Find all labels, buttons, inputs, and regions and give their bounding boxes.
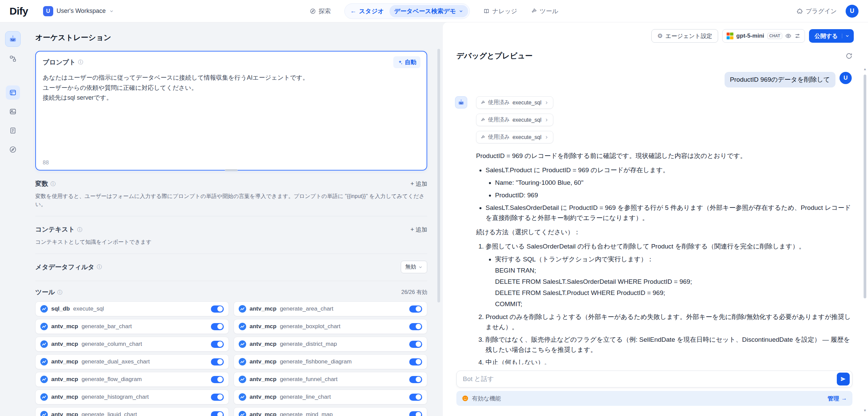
info-icon: ⓘ [57, 289, 62, 296]
tool-toggle[interactable] [211, 411, 224, 416]
context-description: コンテキストとして知識をインポートできます [35, 238, 427, 246]
send-button[interactable] [837, 373, 850, 385]
parameters-icon[interactable] [794, 33, 801, 39]
prompt-char-count: 88 [43, 160, 49, 166]
tool-row: antv_mcpgenerate_bar_chart [35, 319, 229, 334]
tool-toggle[interactable] [409, 305, 422, 313]
tool-toggle[interactable] [211, 358, 224, 365]
studio-app-pill: ← スタジオ データベース検索デモ [344, 3, 470, 19]
tool-row: antv_mcpgenerate_funnel_chart [234, 372, 427, 387]
orchestrate-icon[interactable] [6, 85, 20, 100]
tool-provider: antv_mcp [51, 358, 78, 365]
tool-toggle[interactable] [211, 323, 224, 330]
plus-icon: + [410, 180, 414, 187]
workflow-icon[interactable] [6, 52, 20, 66]
tool-call-name: execute_sql [512, 100, 541, 106]
current-app-selector[interactable]: データベース検索デモ [389, 5, 468, 17]
metadata-filter-select[interactable]: 無効 [401, 261, 427, 273]
tool-call-chip[interactable]: 使用済み execute_sql [476, 131, 553, 143]
top-header: Dify U User's Workspace 探索 ← スタジオ データベース… [0, 0, 868, 22]
tool-name: generate_fishbone_diagram [280, 358, 352, 365]
tool-provider: antv_mcp [250, 394, 276, 400]
tool-row: antv_mcpgenerate_fishbone_diagram [234, 354, 427, 369]
chat-input-bar [456, 371, 852, 388]
option-item: 参照している SalesOrderDetail の行も合わせて削除して Prod… [486, 241, 852, 309]
tool-provider: antv_mcp [250, 341, 276, 348]
auto-generate-button[interactable]: 自動 [393, 56, 420, 68]
tool-toggle[interactable] [211, 376, 224, 383]
gallery-icon[interactable] [6, 104, 20, 119]
logs-icon[interactable] [6, 123, 20, 138]
tool-icon [239, 393, 246, 401]
main-nav: 探索 ← スタジオ データベース検索デモ ナレッジ ツール [310, 3, 558, 19]
add-variable-button[interactable]: + 追加 [410, 180, 427, 188]
header-right: プラグイン U [797, 5, 859, 18]
scroll-down-icon[interactable]: ▼ [863, 409, 867, 413]
robot-icon [457, 99, 465, 106]
tool-provider: antv_mcp [250, 323, 276, 330]
tool-toggle[interactable] [409, 341, 422, 348]
user-message-row: ProductID 969のデータを削除して U [455, 72, 852, 87]
prompt-resize-handle[interactable] [225, 169, 238, 171]
prompt-text[interactable]: あなたはユーザーの指示に従ってデータベースに接続して情報収集を行うAIエージェン… [36, 70, 427, 106]
tool-toggle[interactable] [211, 394, 224, 401]
metadata-filter-title: メタデータフィルタ [35, 263, 95, 272]
info-icon: ⓘ [77, 226, 82, 233]
tool-row: antv_mcpgenerate_dual_axes_chart [35, 354, 229, 369]
refresh-button[interactable] [844, 51, 854, 61]
scroll-up-icon[interactable]: ▲ [863, 67, 867, 71]
sparkle-icon [397, 60, 403, 65]
features-label: 有効な機能 [472, 395, 501, 402]
tool-toggle[interactable] [211, 305, 224, 313]
publish-button[interactable]: 公開する [809, 29, 854, 43]
tool-toggle[interactable] [409, 358, 422, 365]
agent-settings-button[interactable]: ⚙ エージェント設定 [651, 29, 718, 43]
tool-name: generate_liquid_chart [81, 411, 137, 416]
tool-icon [239, 376, 246, 383]
left-panel-scrollbar[interactable] [437, 49, 440, 302]
tool-call-chip[interactable]: 使用済み execute_sql [476, 96, 553, 109]
user-avatar[interactable]: U [846, 5, 859, 18]
tool-icon [239, 358, 246, 365]
chevron-down-icon [109, 9, 114, 14]
app-icon[interactable] [5, 31, 21, 47]
chevron-down-icon [842, 34, 852, 38]
metadata-filter-value: 無効 [405, 263, 416, 271]
dify-logo[interactable]: Dify [9, 5, 28, 17]
manage-features-link[interactable]: 管理 → [828, 395, 847, 402]
tool-call-chip[interactable]: 使用済み execute_sql [476, 114, 553, 126]
nav-back-to-studio[interactable]: ← スタジオ [346, 5, 388, 17]
tool-name: generate_dual_axes_chart [81, 358, 150, 365]
tool-toggle[interactable] [409, 411, 422, 416]
add-context-button[interactable]: + 追加 [410, 226, 427, 234]
tool-toggle[interactable] [409, 394, 422, 401]
tool-toggle[interactable] [211, 341, 224, 348]
tool-provider: antv_mcp [250, 411, 276, 416]
nav-explore[interactable]: 探索 [310, 7, 331, 15]
tools-enabled-count: 26/26 有効 [401, 289, 427, 296]
context-section: コンテキスト ⓘ + 追加 コンテキストとして知識をインポートできます [35, 225, 427, 246]
model-selector[interactable]: gpt-5-mini CHAT [722, 29, 805, 43]
options-heading: 続ける方法（選択してください）： [476, 227, 852, 237]
nav-plugins[interactable]: プラグイン [797, 7, 837, 15]
tool-provider: antv_mcp [51, 411, 78, 416]
tool-row: antv_mcpgenerate_area_chart [234, 301, 427, 316]
nav-explore-label: 探索 [319, 7, 331, 15]
tool-name: generate_line_chart [280, 394, 331, 400]
workspace-selector[interactable]: U User's Workspace [40, 4, 117, 18]
nav-tools[interactable]: ツール [531, 7, 558, 15]
scrollbar-thumb[interactable] [864, 75, 866, 298]
variables-description: 変数を使用すると、ユーザーはフォームに入力する際にプロンプトの単語や開始の言葉を… [35, 192, 427, 209]
tool-toggle[interactable] [409, 376, 422, 383]
page-title: オーケストレーション [35, 33, 427, 43]
tool-toggle[interactable] [409, 323, 422, 330]
nav-knowledge[interactable]: ナレッジ [484, 7, 517, 15]
chat-input[interactable] [463, 375, 837, 383]
monitoring-icon[interactable] [6, 142, 20, 157]
explore-icon [310, 8, 316, 14]
right-panel-scrollbar[interactable]: ▲ ▼ [863, 67, 867, 413]
tool-name: generate_district_map [280, 341, 337, 348]
orchestration-panel: オーケストレーション プロンプト ⓘ 自動 あなたはユーザーの指示に従ってデータ… [26, 22, 443, 416]
bot-message-row: 使用済み execute_sql 使用済み execute_sql 使用済み e… [455, 96, 852, 364]
tool-icon [40, 340, 48, 348]
